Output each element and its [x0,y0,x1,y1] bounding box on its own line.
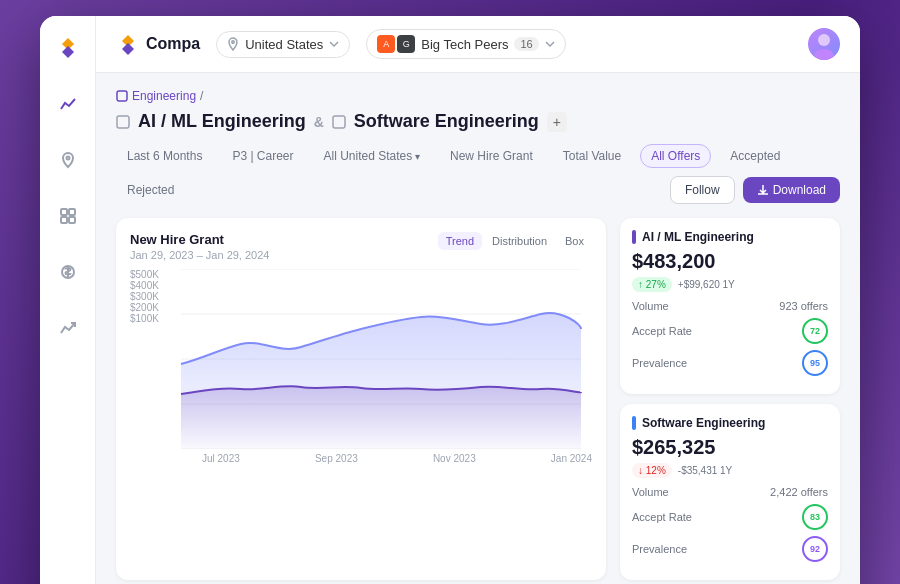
stat-bar-sw [632,416,636,430]
chart-tab-trend[interactable]: Trend [438,232,482,250]
user-avatar[interactable] [808,28,840,60]
filter-rejected[interactable]: Rejected [116,178,185,202]
svg-marker-1 [62,46,74,58]
stat-sw-abs-badge: -$35,431 1Y [678,465,733,476]
prevalence-circle-sw: 92 [802,536,828,562]
breadcrumb-separator: / [200,89,203,103]
page-title: AI / ML Engineering & Software Engineeri… [116,111,840,132]
chart-tab-distribution[interactable]: Distribution [484,232,555,250]
download-button[interactable]: Download [743,177,840,203]
sidebar-item-location[interactable] [52,144,84,176]
chart-title: New Hire Grant [130,232,269,247]
chart-svg [170,269,592,449]
filter-all-offers[interactable]: All Offers [640,144,711,168]
filter-value[interactable]: Total Value [552,144,632,168]
sidebar-logo [52,32,84,64]
svg-rect-4 [69,209,75,215]
chart-tabs: Trend Distribution Box [438,232,592,250]
svg-point-10 [232,41,234,43]
stat-bar-ai [632,230,636,244]
stat-ai-value: $483,200 [632,250,828,273]
filter-level[interactable]: P3 | Career [221,144,304,168]
stat-ai-badges: ↑ 27% +$99,620 1Y [632,277,828,292]
main-content: Compa United States A G Big Tech Peers 1… [96,16,860,584]
stat-ai-prevalence-row: Prevalence 95 [632,350,828,376]
download-icon [757,184,769,196]
topbar: Compa United States A G Big Tech Peers 1… [96,16,860,73]
stat-ai-volume-row: Volume 923 offers [632,300,828,312]
svg-rect-15 [333,116,345,128]
chart-area: Jul 2023 Sep 2023 Nov 2023 Jan 2024 [170,269,592,464]
chart-date: Jan 29, 2023 – Jan 29, 2024 [130,249,269,261]
sidebar-item-trend[interactable] [52,312,84,344]
svg-rect-13 [117,91,127,101]
breadcrumb-link[interactable]: Engineering [132,89,196,103]
chart-wrapper: $500K $400K $300K $200K $100K [130,269,592,464]
stat-sw-header: Software Engineering [632,416,828,430]
chart-card: New Hire Grant Jan 29, 2023 – Jan 29, 20… [116,218,606,580]
peers-selector[interactable]: A G Big Tech Peers 16 [366,29,565,59]
stat-ai-header: AI / ML Engineering [632,230,828,244]
filter-bar: Last 6 Months P3 | Career All United Sta… [116,144,840,204]
y-axis-labels: $500K $400K $300K $200K $100K [130,269,170,324]
filter-time[interactable]: Last 6 Months [116,144,213,168]
location-label: United States [245,37,323,52]
svg-marker-9 [122,43,134,55]
prevalence-circle-ai: 95 [802,350,828,376]
accept-rate-circle-ai: 72 [802,318,828,344]
main-grid: New Hire Grant Jan 29, 2023 – Jan 29, 20… [116,218,840,580]
svg-point-11 [818,34,830,46]
stat-sw-title: Software Engineering [642,416,765,430]
title-sw: Software Engineering [354,111,539,132]
sidebar-item-chart[interactable] [52,88,84,120]
content-area: Engineering / AI / ML Engineering & Soft… [96,73,860,584]
svg-rect-14 [117,116,129,128]
svg-rect-3 [61,209,67,215]
stat-ai-accept-row: Accept Rate 72 [632,318,828,344]
stat-sw-pct-badge: ↓ 12% [632,463,672,478]
stat-sw-accept-row: Accept Rate 83 [632,504,828,530]
peers-count: 16 [514,37,538,51]
chart-tab-box[interactable]: Box [557,232,592,250]
accept-rate-circle-sw: 83 [802,504,828,530]
filter-region[interactable]: All United States [313,144,432,168]
sidebar-item-dollar[interactable] [52,256,84,288]
peer-logo-google: G [397,35,415,53]
stat-ai-abs-badge: +$99,620 1Y [678,279,735,290]
stat-card-ai: AI / ML Engineering $483,200 ↑ 27% +$99,… [620,218,840,394]
sidebar [40,16,96,584]
location-selector[interactable]: United States [216,31,350,58]
stat-sw-prevalence-row: Prevalence 92 [632,536,828,562]
logo: Compa [116,32,200,56]
stat-sw-badges: ↓ 12% -$35,431 1Y [632,463,828,478]
app-name: Compa [146,35,200,53]
add-comparison-button[interactable]: + [547,112,567,132]
svg-rect-6 [69,217,75,223]
stat-sw-volume-row: Volume 2,422 offers [632,486,828,498]
stat-card-sw: Software Engineering $265,325 ↓ 12% -$35… [620,404,840,580]
filter-accepted[interactable]: Accepted [719,144,791,168]
stats-column: AI / ML Engineering $483,200 ↑ 27% +$99,… [620,218,840,580]
title-ai: AI / ML Engineering [138,111,306,132]
stat-sw-value: $265,325 [632,436,828,459]
sidebar-item-grid[interactable] [52,200,84,232]
title-separator: & [314,114,324,130]
peer-logo-airbnb: A [377,35,395,53]
chart-header: New Hire Grant Jan 29, 2023 – Jan 29, 20… [130,232,592,261]
stat-ai-title: AI / ML Engineering [642,230,754,244]
stat-ai-pct-badge: ↑ 27% [632,277,672,292]
x-axis-labels: Jul 2023 Sep 2023 Nov 2023 Jan 2024 [170,449,592,464]
peers-label: Big Tech Peers [421,37,508,52]
svg-point-12 [814,49,834,60]
follow-button[interactable]: Follow [670,176,735,204]
breadcrumb: Engineering / [116,89,840,103]
filter-grant[interactable]: New Hire Grant [439,144,544,168]
svg-rect-5 [61,217,67,223]
svg-point-2 [66,157,69,160]
